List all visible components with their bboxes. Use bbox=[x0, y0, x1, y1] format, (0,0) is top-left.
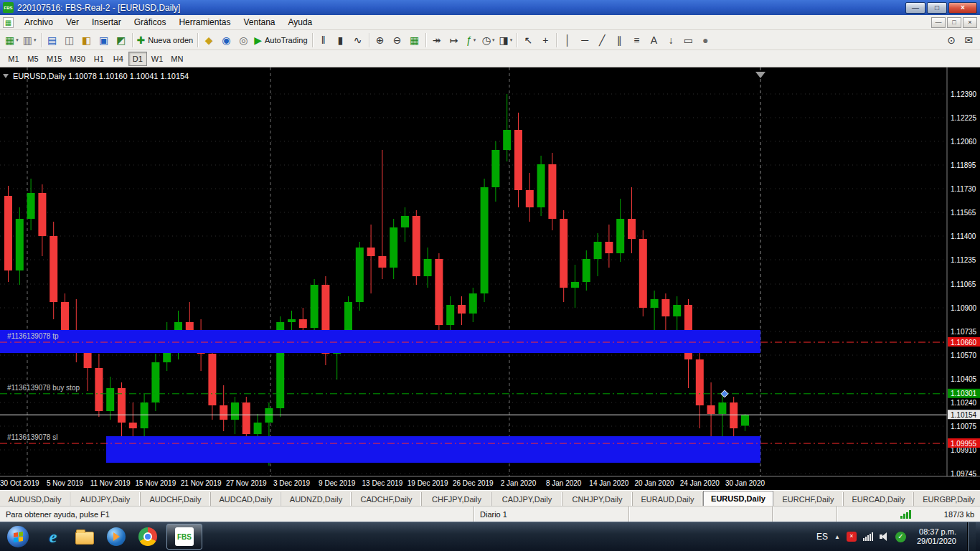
sl-zone-rect bbox=[106, 436, 760, 463]
menu-ayuda[interactable]: Ayuda bbox=[281, 16, 319, 29]
candle-body bbox=[651, 299, 659, 308]
timeframe-m1[interactable]: M1 bbox=[4, 52, 23, 66]
cursor-button[interactable]: ↖ bbox=[519, 32, 537, 49]
toolbar-separator bbox=[425, 33, 426, 47]
menu-graficos[interactable]: Gráficos bbox=[128, 16, 173, 29]
menu-insertar[interactable]: Insertar bbox=[85, 16, 128, 29]
timeframe-w1[interactable]: W1 bbox=[148, 52, 167, 66]
taskbar-item-file-explorer[interactable] bbox=[69, 524, 100, 550]
network-icon[interactable] bbox=[863, 532, 873, 541]
dropdown-arrow-icon: ▾ bbox=[492, 37, 495, 43]
zoom-in-button[interactable]: ⊕ bbox=[372, 32, 389, 49]
bar bbox=[903, 514, 905, 519]
taskbar-item-fbs-metatrader[interactable]: FBS bbox=[166, 524, 202, 550]
symbol-tab-cnhjpy-daily[interactable]: CNHJPY,Daily bbox=[562, 492, 633, 506]
trendline-button[interactable]: ╱ bbox=[593, 32, 611, 49]
mailbox-button[interactable]: ✉ bbox=[960, 32, 977, 49]
periods-button[interactable]: ◷▾ bbox=[480, 32, 497, 49]
timeframe-m30[interactable]: M30 bbox=[66, 52, 88, 66]
price-axis-label: 1.11065 bbox=[951, 281, 976, 288]
vertical-line-button[interactable]: │ bbox=[559, 32, 576, 49]
candle-body bbox=[514, 130, 522, 190]
search-button[interactable]: ⊙ bbox=[943, 32, 960, 49]
chart-shift-button[interactable]: ↦ bbox=[446, 32, 463, 49]
symbol-tab-chfjpy-daily[interactable]: CHFJPY,Daily bbox=[422, 492, 492, 506]
news-button[interactable]: ◎ bbox=[235, 32, 252, 49]
symbol-tab-audcad-daily[interactable]: AUDCAD,Daily bbox=[211, 492, 281, 506]
tile-windows-button[interactable]: ▦ bbox=[406, 32, 423, 49]
symbol-tab-eurcad-daily[interactable]: EURCAD,Daily bbox=[844, 492, 914, 506]
close-button[interactable]: × bbox=[948, 2, 977, 14]
symbol-tab-audusd-daily[interactable]: AUDUSD,Daily bbox=[0, 492, 70, 506]
taskbar-item-chrome[interactable] bbox=[132, 524, 164, 550]
menu-herramientas[interactable]: Herramientas bbox=[172, 16, 237, 29]
line-chart-button[interactable]: ∿ bbox=[349, 32, 367, 49]
candlestick-chart-button[interactable]: ▮ bbox=[332, 32, 349, 49]
market-watch-button[interactable]: ▤ bbox=[44, 32, 61, 49]
menu-ver[interactable]: Ver bbox=[60, 16, 85, 29]
taskbar-item-internet-explorer[interactable]: e bbox=[37, 524, 69, 550]
horizontal-line-button[interactable]: ─ bbox=[576, 32, 593, 49]
strategy-tester-button[interactable]: ◩ bbox=[113, 32, 130, 49]
symbol-tab-cadjpy-daily[interactable]: CADJPY,Daily bbox=[492, 492, 562, 506]
indicators-button[interactable]: ƒ▾ bbox=[463, 32, 480, 49]
symbol-tab-eurchf-daily[interactable]: EURCHF,Daily bbox=[773, 492, 844, 506]
child-close-button[interactable]: × bbox=[963, 17, 977, 28]
symbol-tab-audnzd-daily[interactable]: AUDNZD,Daily bbox=[281, 492, 352, 506]
fibonacci-button[interactable]: ≡ bbox=[628, 32, 645, 49]
symbol-tab-euraud-daily[interactable]: EURAUD,Daily bbox=[633, 492, 703, 506]
price-chart[interactable]: #1136139078 tp#1136139078 buy stop#11361… bbox=[0, 67, 980, 490]
timeframe-h4[interactable]: H4 bbox=[109, 52, 128, 66]
ellipse-button[interactable]: ● bbox=[697, 32, 714, 49]
volume-icon[interactable] bbox=[880, 532, 889, 541]
auto-scroll-button[interactable]: ↠ bbox=[428, 32, 446, 49]
text-button[interactable]: A bbox=[645, 32, 662, 49]
profiles-button[interactable]: ▥▾ bbox=[21, 32, 39, 49]
menu-ventana[interactable]: Ventana bbox=[237, 16, 281, 29]
new-chart-button[interactable]: ▦▾ bbox=[3, 32, 21, 49]
zoom-in-icon: ⊕ bbox=[376, 35, 385, 45]
templates-button[interactable]: ◨▾ bbox=[497, 32, 515, 49]
new-order-label: Nueva orden bbox=[148, 36, 193, 44]
timeframe-d1[interactable]: D1 bbox=[128, 52, 147, 66]
start-button[interactable] bbox=[7, 526, 29, 547]
tray-alert-icon[interactable]: × bbox=[847, 532, 857, 542]
arrows-button[interactable]: ↓ bbox=[662, 32, 679, 49]
chart-area[interactable]: #1136139078 tp#1136139078 buy stop#11361… bbox=[0, 67, 980, 490]
symbol-tab-cadchf-daily[interactable]: CADCHF,Daily bbox=[352, 492, 422, 506]
child-restore-button[interactable]: □ bbox=[947, 17, 961, 28]
sl-price-tag: 1.09955 bbox=[951, 440, 977, 448]
timeframe-m15[interactable]: M15 bbox=[43, 52, 65, 66]
show-desktop-button[interactable] bbox=[967, 522, 976, 551]
new-order-button[interactable]: ✚Nueva orden bbox=[135, 32, 196, 49]
timeframe-h1[interactable]: H1 bbox=[90, 52, 108, 66]
crosshair-button[interactable]: + bbox=[537, 32, 554, 49]
restore-button[interactable]: □ bbox=[927, 2, 947, 14]
metaeditor-button[interactable]: ◆ bbox=[200, 32, 217, 49]
taskbar-item-media-player[interactable] bbox=[100, 524, 132, 550]
data-window-button[interactable]: ◫ bbox=[61, 32, 78, 49]
zoom-out-button[interactable]: ⊖ bbox=[389, 32, 406, 49]
timeframe-m5[interactable]: M5 bbox=[24, 52, 42, 66]
bar-chart-button[interactable]: ‖ bbox=[315, 32, 332, 49]
channel-button[interactable]: ∥ bbox=[611, 32, 628, 49]
symbol-tab-eurgbp-daily[interactable]: EURGBP,Daily bbox=[914, 492, 980, 506]
minimize-button[interactable]: — bbox=[905, 2, 925, 14]
language-indicator[interactable]: ES bbox=[816, 532, 828, 542]
symbol-tab-audjpy-daily[interactable]: AUDJPY,Daily bbox=[70, 492, 141, 506]
candle-body bbox=[265, 408, 273, 423]
navigator-button[interactable]: ◧ bbox=[78, 32, 95, 49]
tray-clock[interactable]: 08:37 p.m. 29/01/2020 bbox=[913, 527, 961, 546]
autotrading-button[interactable]: ▶AutoTrading bbox=[252, 32, 309, 49]
auto-scroll-icon: ↠ bbox=[433, 35, 441, 45]
terminal-button[interactable]: ▣ bbox=[95, 32, 113, 49]
symbol-tab-eurusd-daily[interactable]: EURUSD,Daily bbox=[703, 491, 773, 506]
community-button[interactable]: ◉ bbox=[217, 32, 235, 49]
action-center-icon[interactable]: ✓ bbox=[895, 532, 906, 542]
timeframe-mn[interactable]: MN bbox=[167, 52, 187, 66]
shapes-button[interactable]: ▭ bbox=[679, 32, 697, 49]
symbol-tab-audchf-daily[interactable]: AUDCHF,Daily bbox=[141, 492, 211, 506]
hidden-icons-chevron-icon[interactable]: ▲ bbox=[834, 534, 840, 540]
child-minimize-button[interactable]: — bbox=[931, 17, 946, 28]
menu-archivo[interactable]: Archivo bbox=[18, 16, 60, 29]
